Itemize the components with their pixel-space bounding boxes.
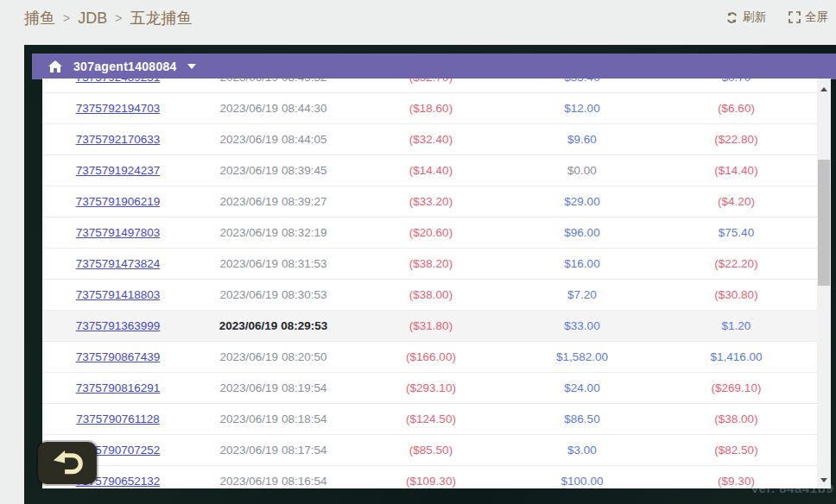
bet-amount-cell: ($38.20) (353, 249, 509, 280)
bet-id-link[interactable]: 7375792489251 (76, 79, 161, 84)
bet-id-cell: 7375792489251 (42, 79, 193, 93)
net-amount-cell: ($9.30) (656, 466, 817, 489)
table-body: 7375792489251 2023/06/19 08:45:32 ($32.7… (42, 79, 817, 488)
payout-amount-cell: $96.00 (509, 217, 656, 249)
bet-id-link[interactable]: 7375791924237 (76, 164, 161, 177)
payout-amount-cell: $1,582.00 (509, 342, 656, 373)
bet-time-cell: 2023/06/19 08:45:32 (193, 79, 353, 93)
bet-id-link[interactable]: 7375792170633 (76, 133, 161, 146)
breadcrumb-item-wulong[interactable]: 五龙捕鱼 (130, 8, 192, 28)
bet-amount-cell: ($32.40) (353, 124, 509, 155)
game-panel: 307agent1408084 Ver. 84a41b9 73757924892… (24, 45, 836, 504)
scroll-down-icon (820, 478, 827, 482)
bet-amount-cell: ($14.40) (353, 155, 509, 186)
bet-time-cell: 2023/06/19 08:19:54 (193, 373, 353, 404)
bet-id-link[interactable]: 7375791418803 (76, 288, 161, 301)
table-row: 7375791906219 2023/06/19 08:39:27 ($33.2… (42, 186, 817, 217)
bet-id-link[interactable]: 7375790761128 (76, 413, 160, 425)
payout-amount-cell: $7.20 (509, 280, 656, 311)
payout-amount-cell: $33.00 (509, 311, 656, 342)
table-row: 7375790652132 2023/06/19 08:16:54 ($109.… (42, 466, 817, 489)
net-amount-cell: ($269.10) (656, 373, 817, 404)
bet-id-link[interactable]: 7375790816291 (76, 381, 161, 394)
bet-time-cell: 2023/06/19 08:20:50 (193, 342, 353, 373)
bet-id-link[interactable]: 7375791473824 (76, 257, 161, 270)
bet-amount-cell: ($124.50) (353, 404, 509, 435)
bet-id-cell: 7375792194703 (42, 93, 193, 124)
payout-amount-cell: $100.00 (509, 466, 656, 489)
bet-id-link[interactable]: 7375791497803 (76, 226, 161, 239)
bet-time-cell: 2023/06/19 08:44:05 (193, 124, 353, 155)
bet-id-cell: 7375791924237 (42, 155, 193, 186)
payout-amount-cell: $9.60 (509, 124, 656, 155)
net-amount-cell: $1,416.00 (656, 342, 817, 373)
bet-id-link[interactable]: 7375792194703 (76, 102, 161, 115)
scroll-down-button[interactable] (817, 473, 831, 487)
scrollbar-thumb[interactable] (818, 160, 830, 286)
table-row: 7375791497803 2023/06/19 08:32:19 ($20.6… (42, 217, 817, 249)
payout-amount-cell: $86.50 (509, 404, 656, 435)
bet-amount-cell: ($293.10) (353, 373, 509, 404)
net-amount-cell: ($82.50) (656, 435, 817, 466)
header-actions: 刷新 全屏 (725, 9, 836, 25)
bet-time-cell: 2023/06/19 08:39:27 (193, 186, 353, 217)
net-amount-cell: ($22.80) (656, 124, 817, 155)
bet-time-cell: 2023/06/19 08:31:53 (193, 249, 353, 280)
payout-amount-cell: $29.00 (509, 186, 656, 217)
payout-amount-cell: $12.00 (509, 93, 656, 124)
bet-id-cell: 7375792170633 (42, 124, 193, 155)
net-amount-cell: $1.20 (656, 311, 817, 342)
bet-time-cell: 2023/06/19 08:32:19 (193, 217, 353, 249)
refresh-label: 刷新 (743, 9, 766, 25)
breadcrumb-item-fishing[interactable]: 捕鱼 (24, 8, 55, 28)
table-row: 7375791473824 2023/06/19 08:31:53 ($38.2… (42, 249, 817, 280)
fullscreen-button[interactable]: 全屏 (788, 9, 828, 25)
payout-amount-cell: $33.40 (509, 79, 656, 93)
agent-name[interactable]: 307agent1408084 (73, 60, 177, 73)
table-row: 7375791363999 2023/06/19 08:29:53 ($31.8… (42, 311, 817, 342)
bet-amount-cell: ($109.30) (353, 466, 509, 489)
bet-time-cell: 2023/06/19 08:17:54 (193, 435, 353, 466)
bet-amount-cell: ($18.60) (353, 93, 509, 124)
bet-id-link[interactable]: 7375791363999 (76, 319, 161, 332)
home-icon[interactable] (48, 60, 62, 72)
table-row: 7375790761128 2023/06/19 08:18:54 ($124.… (42, 404, 817, 435)
fullscreen-icon (788, 11, 801, 23)
table-row: 7375792170633 2023/06/19 08:44:05 ($32.4… (42, 124, 817, 155)
bet-time-cell: 2023/06/19 08:44:30 (193, 93, 353, 124)
scroll-up-icon (820, 87, 827, 91)
refresh-button[interactable]: 刷新 (725, 9, 766, 25)
chevron-down-icon[interactable] (187, 64, 196, 69)
net-amount-cell: ($38.00) (656, 404, 817, 435)
bet-time-cell: 2023/06/19 08:39:45 (193, 155, 353, 186)
net-amount-cell: ($22.20) (656, 249, 817, 280)
net-amount-cell: ($6.60) (656, 93, 817, 124)
net-amount-cell: ($14.40) (656, 155, 817, 186)
table-row: 7375790707252 2023/06/19 08:17:54 ($85.5… (42, 435, 817, 466)
fullscreen-label: 全屏 (805, 9, 828, 25)
back-button[interactable] (38, 442, 97, 484)
breadcrumb-separator: > (63, 11, 70, 25)
table-row: 7375792489251 2023/06/19 08:45:32 ($32.7… (42, 79, 817, 93)
bet-amount-cell: ($20.60) (353, 217, 509, 249)
table-row: 7375791924237 2023/06/19 08:39:45 ($14.4… (42, 155, 817, 186)
net-amount-cell: ($30.80) (656, 280, 817, 311)
bet-id-link[interactable]: 7375791906219 (76, 195, 161, 208)
bet-time-cell: 2023/06/19 08:16:54 (193, 466, 353, 489)
bet-time-cell: 2023/06/19 08:29:53 (193, 311, 353, 342)
agent-bar: 307agent1408084 (32, 54, 836, 79)
net-amount-cell: $75.40 (656, 217, 817, 249)
bet-amount-cell: ($32.70) (353, 79, 509, 93)
payout-amount-cell: $3.00 (509, 435, 656, 466)
bet-time-cell: 2023/06/19 08:30:53 (193, 280, 353, 311)
bet-id-link[interactable]: 7375790867439 (76, 350, 161, 363)
table-scrollbar[interactable] (817, 79, 831, 488)
breadcrumb-item-jdb[interactable]: JDB (78, 9, 107, 28)
payout-amount-cell: $24.00 (509, 373, 656, 404)
bet-id-cell: 7375791473824 (42, 249, 193, 280)
bet-id-cell: 7375791418803 (42, 280, 193, 311)
scroll-up-button[interactable] (817, 82, 831, 96)
bet-amount-cell: ($166.00) (353, 342, 509, 373)
bet-id-cell: 7375791497803 (42, 217, 193, 249)
table-row: 7375790867439 2023/06/19 08:20:50 ($166.… (42, 342, 817, 373)
